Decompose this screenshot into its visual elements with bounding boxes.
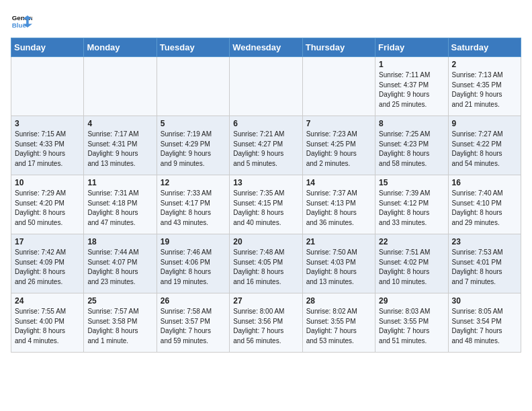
day-number: 25 <box>87 296 152 306</box>
day-number: 16 <box>452 178 517 187</box>
calendar-day-cell: 4Sunrise: 7:17 AM Sunset: 4:31 PM Daylig… <box>84 116 157 175</box>
calendar-day-cell: 1Sunrise: 7:11 AM Sunset: 4:37 PM Daylig… <box>375 57 448 116</box>
day-number: 23 <box>452 237 517 246</box>
day-number: 9 <box>452 119 517 128</box>
day-info: Sunrise: 7:44 AM Sunset: 4:07 PM Dayligh… <box>87 248 152 287</box>
day-info: Sunrise: 7:21 AM Sunset: 4:27 PM Dayligh… <box>233 130 298 169</box>
day-of-week-header: Wednesday <box>230 38 302 57</box>
calendar-day-cell: 20Sunrise: 7:48 AM Sunset: 4:05 PM Dayli… <box>230 234 302 293</box>
day-number: 27 <box>233 296 298 306</box>
calendar-day-cell: 26Sunrise: 7:58 AM Sunset: 3:57 PM Dayli… <box>157 293 229 353</box>
calendar-day-cell: 15Sunrise: 7:39 AM Sunset: 4:12 PM Dayli… <box>375 175 448 234</box>
day-number: 15 <box>379 178 444 187</box>
calendar-day-cell: 25Sunrise: 7:57 AM Sunset: 3:58 PM Dayli… <box>84 293 157 353</box>
day-number: 28 <box>306 296 371 306</box>
calendar-week-row: 10Sunrise: 7:29 AM Sunset: 4:20 PM Dayli… <box>11 175 521 234</box>
page-header: General Blue <box>11 11 521 32</box>
day-info: Sunrise: 7:39 AM Sunset: 4:12 PM Dayligh… <box>379 189 444 228</box>
calendar-day-cell: 11Sunrise: 7:31 AM Sunset: 4:18 PM Dayli… <box>84 175 157 234</box>
day-number: 4 <box>87 119 152 128</box>
day-info: Sunrise: 7:25 AM Sunset: 4:23 PM Dayligh… <box>379 130 444 169</box>
calendar-day-cell: 3Sunrise: 7:15 AM Sunset: 4:33 PM Daylig… <box>11 116 84 175</box>
day-info: Sunrise: 8:05 AM Sunset: 3:54 PM Dayligh… <box>452 307 517 346</box>
day-of-week-header: Monday <box>84 38 157 57</box>
day-number: 3 <box>15 119 80 128</box>
day-info: Sunrise: 7:13 AM Sunset: 4:35 PM Dayligh… <box>452 71 517 109</box>
day-number: 14 <box>306 178 371 187</box>
calendar-day-cell: 16Sunrise: 7:40 AM Sunset: 4:10 PM Dayli… <box>448 175 521 234</box>
day-number: 26 <box>161 296 226 306</box>
day-info: Sunrise: 8:00 AM Sunset: 3:56 PM Dayligh… <box>233 307 298 346</box>
day-number: 19 <box>161 237 226 246</box>
day-info: Sunrise: 7:11 AM Sunset: 4:37 PM Dayligh… <box>379 71 444 109</box>
day-info: Sunrise: 7:15 AM Sunset: 4:33 PM Dayligh… <box>15 130 80 169</box>
day-info: Sunrise: 7:33 AM Sunset: 4:17 PM Dayligh… <box>161 189 226 228</box>
calendar-week-row: 17Sunrise: 7:42 AM Sunset: 4:09 PM Dayli… <box>11 234 521 293</box>
day-number: 18 <box>87 237 152 246</box>
calendar-day-cell: 13Sunrise: 7:35 AM Sunset: 4:15 PM Dayli… <box>230 175 302 234</box>
calendar-day-cell: 14Sunrise: 7:37 AM Sunset: 4:13 PM Dayli… <box>302 175 375 234</box>
day-number: 29 <box>379 296 444 306</box>
calendar-day-cell: 22Sunrise: 7:51 AM Sunset: 4:02 PM Dayli… <box>375 234 448 293</box>
day-info: Sunrise: 7:46 AM Sunset: 4:06 PM Dayligh… <box>161 248 226 287</box>
calendar-week-row: 24Sunrise: 7:55 AM Sunset: 4:00 PM Dayli… <box>11 293 521 353</box>
calendar-day-cell: 2Sunrise: 7:13 AM Sunset: 4:35 PM Daylig… <box>448 57 521 116</box>
day-of-week-header: Saturday <box>448 38 521 57</box>
calendar-day-cell: 6Sunrise: 7:21 AM Sunset: 4:27 PM Daylig… <box>230 116 302 175</box>
calendar-day-cell: 19Sunrise: 7:46 AM Sunset: 4:06 PM Dayli… <box>157 234 229 293</box>
calendar-day-cell: 18Sunrise: 7:44 AM Sunset: 4:07 PM Dayli… <box>84 234 157 293</box>
day-number: 21 <box>306 237 371 246</box>
calendar-day-cell: 27Sunrise: 8:00 AM Sunset: 3:56 PM Dayli… <box>230 293 302 353</box>
calendar-day-cell <box>11 57 84 116</box>
day-of-week-header: Sunday <box>11 38 84 57</box>
day-number: 24 <box>15 296 80 306</box>
day-info: Sunrise: 7:53 AM Sunset: 4:01 PM Dayligh… <box>452 248 517 287</box>
day-number: 22 <box>379 237 444 246</box>
day-info: Sunrise: 7:51 AM Sunset: 4:02 PM Dayligh… <box>379 248 444 287</box>
day-number: 13 <box>233 178 298 187</box>
day-info: Sunrise: 7:58 AM Sunset: 3:57 PM Dayligh… <box>161 307 226 346</box>
day-number: 1 <box>379 60 444 69</box>
day-info: Sunrise: 7:17 AM Sunset: 4:31 PM Dayligh… <box>87 130 152 169</box>
day-info: Sunrise: 8:03 AM Sunset: 3:55 PM Dayligh… <box>379 307 444 346</box>
day-info: Sunrise: 7:50 AM Sunset: 4:03 PM Dayligh… <box>306 248 371 287</box>
day-number: 8 <box>379 119 444 128</box>
calendar-table: SundayMondayTuesdayWednesdayThursdayFrid… <box>11 38 521 353</box>
day-info: Sunrise: 7:48 AM Sunset: 4:05 PM Dayligh… <box>233 248 298 287</box>
calendar-day-cell <box>157 57 229 116</box>
day-number: 30 <box>452 296 517 306</box>
calendar-day-cell: 29Sunrise: 8:03 AM Sunset: 3:55 PM Dayli… <box>375 293 448 353</box>
calendar-header-row: SundayMondayTuesdayWednesdayThursdayFrid… <box>11 38 521 57</box>
day-number: 10 <box>15 178 80 187</box>
calendar-day-cell: 30Sunrise: 8:05 AM Sunset: 3:54 PM Dayli… <box>448 293 521 353</box>
calendar-day-cell: 5Sunrise: 7:19 AM Sunset: 4:29 PM Daylig… <box>157 116 229 175</box>
calendar-day-cell: 7Sunrise: 7:23 AM Sunset: 4:25 PM Daylig… <box>302 116 375 175</box>
day-number: 6 <box>233 119 298 128</box>
day-info: Sunrise: 7:37 AM Sunset: 4:13 PM Dayligh… <box>306 189 371 228</box>
day-info: Sunrise: 7:42 AM Sunset: 4:09 PM Dayligh… <box>15 248 80 287</box>
day-of-week-header: Friday <box>375 38 448 57</box>
calendar-week-row: 3Sunrise: 7:15 AM Sunset: 4:33 PM Daylig… <box>11 116 521 175</box>
calendar-day-cell <box>302 57 375 116</box>
logo-icon: General Blue <box>11 11 32 32</box>
day-info: Sunrise: 8:02 AM Sunset: 3:55 PM Dayligh… <box>306 307 371 346</box>
day-number: 2 <box>452 60 517 69</box>
calendar-week-row: 1Sunrise: 7:11 AM Sunset: 4:37 PM Daylig… <box>11 57 521 116</box>
day-of-week-header: Thursday <box>302 38 375 57</box>
day-number: 17 <box>15 237 80 246</box>
day-info: Sunrise: 7:27 AM Sunset: 4:22 PM Dayligh… <box>452 130 517 169</box>
day-info: Sunrise: 7:40 AM Sunset: 4:10 PM Dayligh… <box>452 189 517 228</box>
day-number: 7 <box>306 119 371 128</box>
logo: General Blue <box>11 11 35 32</box>
day-number: 11 <box>87 178 152 187</box>
calendar-day-cell: 17Sunrise: 7:42 AM Sunset: 4:09 PM Dayli… <box>11 234 84 293</box>
calendar-day-cell: 8Sunrise: 7:25 AM Sunset: 4:23 PM Daylig… <box>375 116 448 175</box>
day-info: Sunrise: 7:23 AM Sunset: 4:25 PM Dayligh… <box>306 130 371 169</box>
calendar-day-cell: 24Sunrise: 7:55 AM Sunset: 4:00 PM Dayli… <box>11 293 84 353</box>
day-info: Sunrise: 7:31 AM Sunset: 4:18 PM Dayligh… <box>87 189 152 228</box>
day-info: Sunrise: 7:29 AM Sunset: 4:20 PM Dayligh… <box>15 189 80 228</box>
day-number: 12 <box>161 178 226 187</box>
calendar-day-cell <box>84 57 157 116</box>
calendar-day-cell: 9Sunrise: 7:27 AM Sunset: 4:22 PM Daylig… <box>448 116 521 175</box>
calendar-day-cell <box>230 57 302 116</box>
